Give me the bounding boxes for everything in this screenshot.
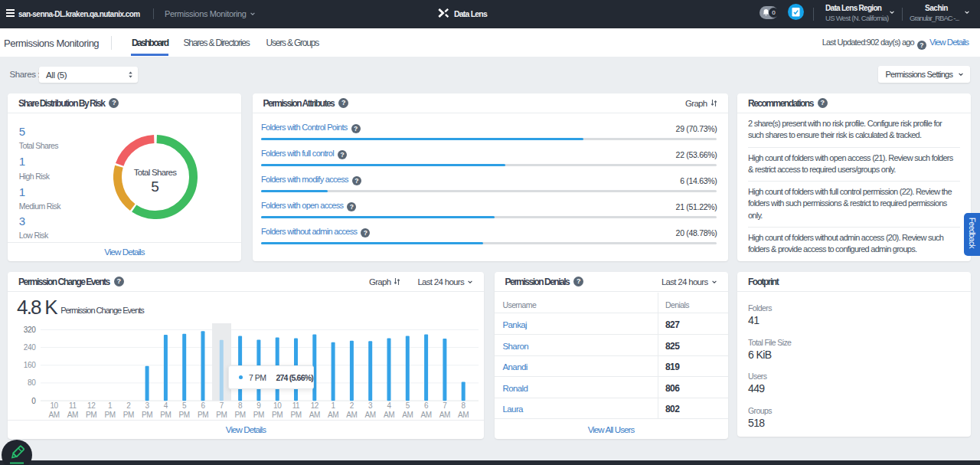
svg-text:PM: PM (234, 411, 245, 419)
svg-text:PM: PM (290, 411, 301, 419)
svg-text:AM: AM (346, 411, 357, 419)
svg-text:AM: AM (328, 411, 338, 419)
svg-text:6: 6 (201, 401, 205, 410)
svg-text:PM: PM (104, 411, 115, 419)
svg-text:AM: AM (458, 411, 469, 419)
svg-text:PM: PM (86, 411, 96, 419)
svg-text:PM: PM (198, 411, 208, 419)
svg-text:PM: PM (272, 411, 283, 419)
svg-text:240: 240 (24, 343, 37, 352)
svg-text:AM: AM (420, 411, 431, 419)
svg-text:10: 10 (50, 401, 58, 410)
svg-text:12: 12 (87, 401, 96, 410)
svg-text:7: 7 (443, 401, 447, 410)
svg-text:AM: AM (365, 411, 376, 419)
svg-text:PM: PM (123, 411, 134, 419)
svg-text:AM: AM (384, 411, 394, 419)
svg-text:PM: PM (253, 411, 264, 419)
svg-text:11: 11 (69, 401, 77, 410)
svg-text:6: 6 (424, 401, 429, 410)
svg-text:7: 7 (220, 401, 224, 410)
svg-text:0: 0 (31, 397, 36, 405)
svg-text:160: 160 (24, 361, 37, 369)
svg-text:5: 5 (406, 401, 410, 410)
svg-text:10: 10 (273, 401, 282, 410)
svg-text:AM: AM (309, 411, 320, 419)
svg-text:4: 4 (164, 401, 168, 410)
svg-text:AM: AM (439, 411, 450, 419)
svg-text:AM: AM (48, 411, 59, 419)
svg-text:9: 9 (256, 401, 261, 410)
svg-text:AM: AM (67, 411, 78, 419)
svg-text:PM: PM (216, 411, 227, 419)
svg-text:PM: PM (160, 411, 171, 419)
svg-text:3: 3 (145, 401, 150, 410)
svg-text:8: 8 (462, 401, 466, 410)
svg-text:80: 80 (28, 378, 36, 387)
svg-text:2: 2 (126, 401, 131, 410)
svg-text:8: 8 (238, 401, 243, 410)
svg-text:1: 1 (108, 401, 113, 410)
svg-text:AM: AM (402, 411, 413, 419)
svg-text:320: 320 (24, 326, 37, 334)
svg-text:12: 12 (311, 401, 319, 410)
svg-text:11: 11 (292, 401, 300, 410)
svg-text:5: 5 (182, 401, 187, 410)
svg-text:2: 2 (350, 401, 354, 410)
svg-text:3: 3 (368, 401, 373, 410)
svg-text:4: 4 (387, 401, 391, 410)
svg-text:PM: PM (179, 411, 190, 419)
svg-text:PM: PM (142, 411, 152, 419)
svg-text:1: 1 (332, 401, 336, 410)
